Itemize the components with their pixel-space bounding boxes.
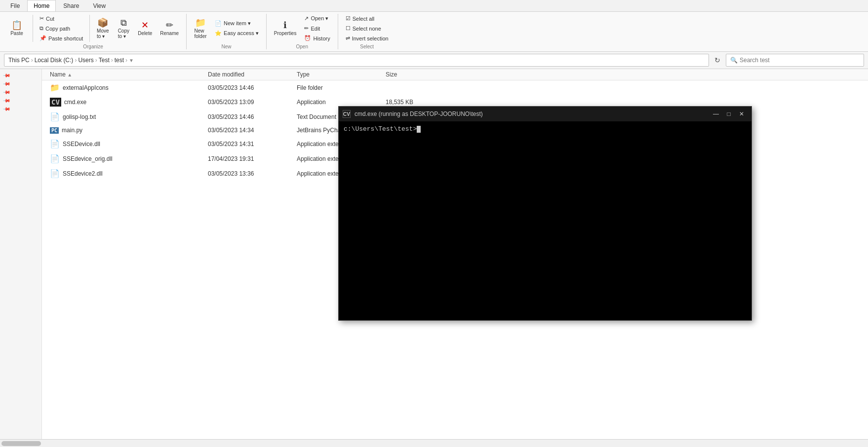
paste-shortcut-button[interactable]: 📌 Paste shortcut — [36, 34, 86, 43]
path-sep-4: › — [111, 57, 113, 64]
nav-item-5[interactable]: 📌 — [0, 105, 41, 113]
nav-item-2[interactable]: 📌 — [0, 79, 41, 88]
nav-item-3[interactable]: 📌 — [0, 88, 41, 96]
copy-path-icon: ⧉ — [39, 25, 43, 32]
file-date-6: 03/05/2023 13:36 — [204, 169, 293, 179]
select-none-icon: ☐ — [346, 25, 351, 32]
cmd-minimize-button[interactable]: — — [710, 109, 722, 119]
cmd-maximize-button[interactable]: □ — [723, 109, 735, 119]
paste-shortcut-label: Paste shortcut — [48, 36, 83, 41]
open-buttons: ℹ Properties ↗ Open ▾ ✏ Edit ⏰ History — [271, 14, 334, 43]
hscroll-thumb[interactable] — [1, 441, 41, 446]
search-input[interactable] — [740, 57, 860, 64]
new-item-button[interactable]: 📄 New item ▾ — [211, 19, 262, 28]
ribbon-section-organize: 📋 Paste ✂ Cut ⧉ Copy path 📌 Paste — [0, 14, 187, 49]
file-size-0 — [382, 86, 431, 89]
file-name-4: SSEDevice.dll — [63, 141, 100, 148]
easy-access-button[interactable]: ⭐ Easy access ▾ — [211, 29, 262, 38]
organize-label: Organize — [83, 43, 103, 49]
path-sep-2: › — [75, 57, 77, 64]
file-size-1: 18,535 KB — [382, 97, 431, 107]
history-label: History — [313, 36, 330, 41]
dll-icon-4: 📄 — [50, 139, 60, 149]
delete-button[interactable]: ✕ Delete — [134, 19, 156, 37]
file-date-3: 03/05/2023 14:34 — [204, 125, 293, 135]
dll-icon-6: 📄 — [50, 169, 60, 178]
history-button[interactable]: ⏰ History — [301, 34, 333, 43]
move-to-button[interactable]: 📦 Moveto ▾ — [93, 17, 113, 40]
path-test[interactable]: test — [115, 57, 124, 64]
file-name-6: SSEdevice2.dll — [63, 170, 103, 177]
file-date-0: 03/05/2023 14:46 — [204, 83, 293, 93]
copy-to-label: Copyto ▾ — [118, 28, 129, 39]
cut-button[interactable]: ✂ Cut — [36, 14, 86, 23]
search-box[interactable]: 🔍 — [726, 54, 864, 67]
file-type-1: Application — [293, 97, 382, 107]
new-col: 📄 New item ▾ ⭐ Easy access ▾ — [211, 19, 262, 38]
col-header-size[interactable]: Size — [382, 69, 431, 80]
new-folder-button[interactable]: 📁 Newfolder — [191, 17, 210, 40]
open-label: Open ▾ — [311, 15, 328, 22]
col-header-name[interactable]: Name ▲ — [46, 69, 204, 80]
folder-icon-0: 📁 — [50, 83, 60, 92]
path-this-pc[interactable]: This PC — [8, 57, 30, 64]
tab-share[interactable]: Share — [57, 0, 85, 11]
pin-icon-5: 📌 — [3, 105, 11, 112]
copy-to-button[interactable]: ⧉ Copyto ▾ — [114, 17, 133, 40]
open-button[interactable]: ↗ Open ▾ — [301, 14, 333, 23]
new-folder-label: Newfolder — [195, 28, 207, 39]
file-name-5: SSEdevice_orig.dll — [63, 155, 113, 162]
easy-access-icon: ⭐ — [215, 30, 222, 37]
rename-icon: ✏ — [166, 21, 173, 30]
paste-button[interactable]: 📋 Paste — [4, 18, 30, 38]
sep2 — [89, 15, 90, 42]
col-header-type[interactable]: Type — [293, 69, 382, 80]
open-label: Open — [296, 43, 308, 49]
new-item-label: New item ▾ — [224, 20, 251, 27]
history-icon: ⏰ — [304, 35, 311, 41]
tab-view[interactable]: View — [86, 0, 112, 11]
horizontal-scrollbar[interactable] — [0, 439, 868, 447]
cmd-controls: — □ ✕ — [710, 109, 748, 119]
select-all-icon: ☑ — [346, 15, 351, 22]
app-icon-1: CV — [50, 98, 61, 107]
cut-label: Cut — [46, 16, 54, 22]
nav-item-1[interactable]: 📌 — [0, 71, 41, 79]
delete-icon: ✕ — [141, 21, 149, 30]
tab-file[interactable]: File — [4, 0, 26, 11]
cmd-close-button[interactable]: ✕ — [736, 109, 748, 119]
edit-label: Edit — [311, 26, 320, 32]
path-test-dir[interactable]: Test — [99, 57, 110, 64]
address-path[interactable]: This PC › Local Disk (C:) › Users › Test… — [4, 54, 709, 67]
py-icon-3: PC — [50, 127, 59, 134]
properties-button[interactable]: ℹ Properties — [271, 19, 300, 37]
edit-button[interactable]: ✏ Edit — [301, 24, 333, 33]
file-row-0[interactable]: 📁 externalAppIcons 03/05/2023 14:46 File… — [42, 80, 868, 95]
file-date-4: 03/05/2023 14:31 — [204, 139, 293, 149]
pin-icon-4: 📌 — [3, 96, 11, 104]
copy-path-button[interactable]: ⧉ Copy path — [36, 24, 86, 33]
select-none-label: Select none — [353, 26, 381, 32]
select-all-button[interactable]: ☑ Select all — [342, 14, 392, 23]
search-icon: 🔍 — [730, 57, 738, 64]
nav-item-4[interactable]: 📌 — [0, 96, 41, 105]
move-to-icon: 📦 — [97, 18, 108, 27]
new-buttons: 📁 Newfolder 📄 New item ▾ ⭐ Easy access ▾ — [191, 14, 262, 43]
cmd-content[interactable]: c:\Users\Test\test> — [339, 121, 751, 320]
move-to-label: Moveto ▾ — [97, 28, 109, 39]
path-users[interactable]: Users — [78, 57, 93, 64]
sep1 — [33, 15, 33, 42]
refresh-button[interactable]: ↻ — [711, 54, 724, 67]
col-header-date[interactable]: Date modified — [204, 69, 293, 80]
select-none-button[interactable]: ☐ Select none — [342, 24, 392, 33]
copy-path-label: Copy path — [45, 26, 70, 32]
pin-icon-2: 📌 — [3, 79, 11, 87]
path-local-disk[interactable]: Local Disk (C:) — [35, 57, 74, 64]
rename-button[interactable]: ✏ Rename — [157, 19, 182, 37]
sort-arrow: ▲ — [67, 72, 72, 77]
delete-label: Delete — [138, 31, 152, 36]
invert-selection-button[interactable]: ⇌ Invert selection — [342, 34, 392, 43]
tab-home[interactable]: Home — [27, 0, 56, 11]
select-buttons: ☑ Select all ☐ Select none ⇌ Invert sele… — [342, 14, 392, 43]
ribbon-section-open: ℹ Properties ↗ Open ▾ ✏ Edit ⏰ History — [267, 14, 338, 49]
